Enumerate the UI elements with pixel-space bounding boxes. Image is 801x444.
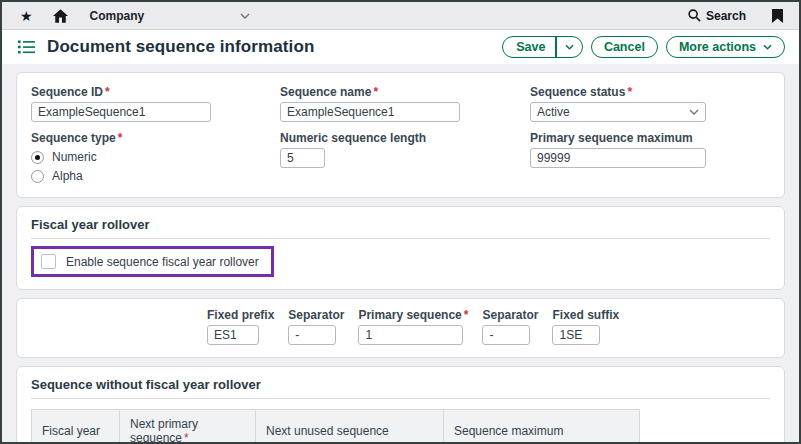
- more-actions-button[interactable]: More actions: [666, 36, 785, 58]
- sequence-status-select[interactable]: Active: [530, 102, 706, 122]
- sequence-status-label: Sequence status: [530, 85, 625, 99]
- sequence-type-label: Sequence type: [31, 131, 116, 145]
- annotation-highlight: Enable sequence fiscal year rollover: [31, 246, 274, 277]
- separator2-field: Separator: [482, 308, 538, 345]
- search-icon: [688, 9, 701, 22]
- sequence-type-field: Sequence type* Numeric Alpha: [31, 131, 280, 183]
- sequence-id-input[interactable]: [31, 102, 211, 122]
- sequence-id-label: Sequence ID: [31, 85, 103, 99]
- table-header-row: Fiscal year Next primary sequence* Next …: [32, 410, 640, 444]
- sequence-name-label: Sequence name: [280, 85, 371, 99]
- separator1-label: Separator: [288, 308, 344, 322]
- required-marker: *: [627, 85, 632, 99]
- numeric-sequence-length-field: Numeric sequence length: [280, 131, 530, 183]
- radio-alpha-control: [31, 170, 44, 183]
- sequence-name-field: Sequence name*: [280, 85, 530, 122]
- fiscal-year-rollover-card: Fiscal year rollover Enable sequence fis…: [16, 206, 785, 290]
- main-content: Sequence ID* Sequence name* Sequence sta…: [2, 64, 799, 444]
- search-button[interactable]: Search: [688, 9, 746, 23]
- radio-numeric-control: [31, 151, 44, 164]
- separator2-label: Separator: [482, 308, 538, 322]
- required-marker: *: [184, 431, 189, 444]
- primary-sequence-maximum-input[interactable]: [530, 148, 706, 168]
- numeric-sequence-length-input[interactable]: [280, 148, 325, 168]
- col-next-primary-sequence: Next primary sequence*: [120, 410, 256, 444]
- page-list-icon[interactable]: [18, 40, 35, 54]
- col-next-unused-sequence: Next unused sequence: [256, 410, 444, 444]
- save-dropdown-button[interactable]: [557, 37, 582, 57]
- fixed-prefix-field: Fixed prefix: [207, 308, 274, 345]
- sequence-without-rollover-card: Sequence without fiscal year rollover Fi…: [16, 366, 785, 444]
- sequence-details-card: Sequence ID* Sequence name* Sequence sta…: [16, 72, 785, 198]
- separator2-input[interactable]: [482, 325, 530, 345]
- search-label: Search: [706, 9, 746, 23]
- radio-alpha[interactable]: Alpha: [31, 169, 280, 183]
- radio-alpha-label: Alpha: [52, 169, 83, 183]
- top-navigation-bar: ★ Company Search: [2, 2, 799, 30]
- sequence-format-card: Fixed prefix Separator Primary sequence*…: [16, 298, 785, 358]
- app-window: ★ Company Search: [0, 0, 801, 444]
- sequence-status-value: Active: [537, 105, 570, 119]
- primary-sequence-maximum-label: Primary sequence maximum: [530, 131, 770, 145]
- numeric-sequence-length-label: Numeric sequence length: [280, 131, 530, 145]
- col-fiscal-year: Fiscal year: [32, 410, 120, 444]
- sequence-name-input[interactable]: [280, 102, 460, 122]
- required-marker: *: [373, 85, 378, 99]
- save-button[interactable]: Save: [503, 40, 555, 54]
- fixed-prefix-input[interactable]: [207, 325, 259, 345]
- save-split-button: Save: [502, 36, 583, 58]
- cancel-button-label: Cancel: [604, 40, 645, 54]
- favorite-star-icon[interactable]: ★: [20, 9, 33, 23]
- action-buttons: Save Cancel More actions: [502, 36, 785, 58]
- primary-sequence-input[interactable]: [358, 325, 463, 345]
- chevron-down-icon: [240, 13, 250, 19]
- enable-rollover-label: Enable sequence fiscal year rollover: [66, 255, 259, 269]
- company-dropdown[interactable]: Company: [90, 9, 250, 23]
- page-header: Document sequence information Save Cance…: [2, 30, 799, 64]
- chevron-down-icon: [565, 44, 574, 50]
- fixed-suffix-input[interactable]: [552, 325, 600, 345]
- chevron-down-icon: [763, 44, 772, 50]
- sequence-table: Fiscal year Next primary sequence* Next …: [31, 409, 640, 444]
- fixed-suffix-label: Fixed suffix: [552, 308, 619, 322]
- primary-sequence-maximum-field: Primary sequence maximum: [530, 131, 770, 183]
- primary-sequence-label: Primary sequence: [358, 308, 461, 322]
- primary-sequence-field: Primary sequence*: [358, 308, 468, 345]
- required-marker: *: [105, 85, 110, 99]
- page-title: Document sequence information: [47, 37, 314, 57]
- required-marker: *: [464, 308, 469, 322]
- fixed-suffix-field: Fixed suffix: [552, 308, 619, 345]
- sequence-status-field: Sequence status* Active: [530, 85, 770, 122]
- chevron-down-icon: [689, 109, 699, 115]
- sequence-without-rollover-title: Sequence without fiscal year rollover: [31, 377, 770, 399]
- home-icon[interactable]: [53, 9, 68, 23]
- fiscal-year-rollover-title: Fiscal year rollover: [31, 217, 770, 239]
- required-marker: *: [118, 131, 123, 145]
- separator1-input[interactable]: [288, 325, 336, 345]
- cancel-button[interactable]: Cancel: [591, 36, 658, 58]
- bookmark-icon[interactable]: [772, 9, 783, 23]
- col-sequence-maximum: Sequence maximum: [444, 410, 640, 444]
- separator1-field: Separator: [288, 308, 344, 345]
- company-dropdown-label: Company: [90, 9, 145, 23]
- enable-rollover-checkbox[interactable]: [41, 254, 56, 269]
- fixed-prefix-label: Fixed prefix: [207, 308, 274, 322]
- more-actions-label: More actions: [679, 40, 756, 54]
- radio-numeric[interactable]: Numeric: [31, 150, 280, 164]
- sequence-id-field: Sequence ID*: [31, 85, 280, 122]
- radio-numeric-label: Numeric: [52, 150, 97, 164]
